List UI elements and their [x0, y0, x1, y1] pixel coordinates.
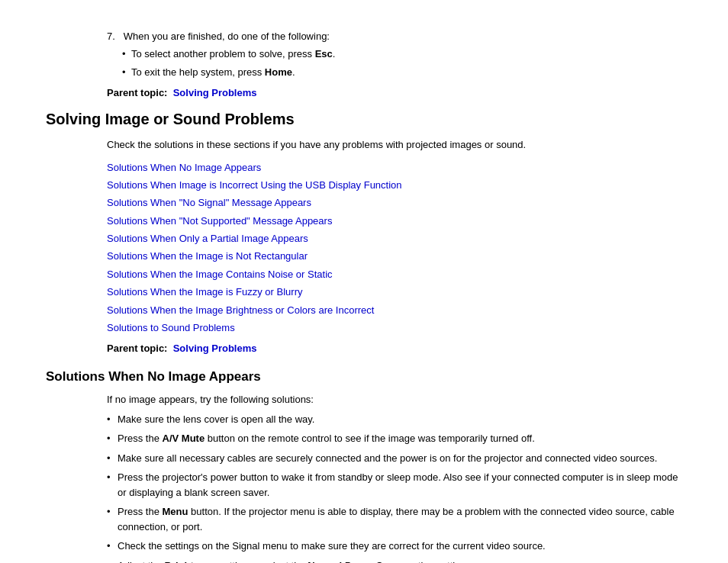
solving-section-description: Check the solutions in these sections if… [107, 137, 682, 153]
step-7-container: 7. When you are finished, do one of the … [107, 31, 682, 79]
link-no-signal[interactable]: Solutions When "No Signal" Message Appea… [107, 194, 682, 211]
step-7-label: When you are finished, do one of the fol… [124, 31, 330, 42]
step-7-text: 7. When you are finished, do one of the … [107, 31, 682, 42]
bullet-cables: Make sure all necessary cables are secur… [107, 451, 682, 466]
link-not-supported[interactable]: Solutions When "Not Supported" Message A… [107, 212, 682, 230]
no-image-section-heading: Solutions When No Image Appears [46, 369, 682, 384]
no-image-intro: If no image appears, try the following s… [107, 392, 682, 407]
parent-topic-2-link[interactable]: Solving Problems [173, 343, 257, 354]
bullet-power: Press the projector's power button to wa… [107, 470, 682, 500]
no-image-bullets: Make sure the lens cover is open all the… [107, 412, 682, 563]
link-sound-problems[interactable]: Solutions to Sound Problems [107, 319, 682, 336]
parent-topic-1: Parent topic: Solving Problems [107, 87, 682, 98]
no-image-content: If no image appears, try the following s… [107, 392, 682, 563]
parent-topic-2: Parent topic: Solving Problems [107, 343, 682, 354]
link-usb-display[interactable]: Solutions When Image is Incorrect Using … [107, 176, 682, 194]
link-not-rectangular[interactable]: Solutions When the Image is Not Rectangu… [107, 247, 682, 265]
bullet-menu: Press the Menu button. If the projector … [107, 504, 682, 534]
bullet-lens: Make sure the lens cover is open all the… [107, 412, 682, 427]
link-partial-image[interactable]: Solutions When Only a Partial Image Appe… [107, 230, 682, 247]
link-brightness-colors[interactable]: Solutions When the Image Brightness or C… [107, 301, 682, 319]
parent-topic-1-link[interactable]: Solving Problems [173, 87, 257, 98]
bullet-esc: To select another problem to solve, pres… [122, 47, 682, 62]
bullet-av-mute: Press the A/V Mute button on the remote … [107, 431, 682, 446]
step-7-bullets: To select another problem to solve, pres… [122, 47, 682, 79]
bullet-home: To exit the help system, press Home. [122, 65, 682, 80]
bullet-signal: Check the settings on the Signal menu to… [107, 539, 682, 554]
solving-links-list: Solutions When No Image Appears Solution… [107, 159, 682, 337]
link-no-image[interactable]: Solutions When No Image Appears [107, 159, 682, 176]
link-fuzzy-blurry[interactable]: Solutions When the Image is Fuzzy or Blu… [107, 283, 682, 301]
link-noise-static[interactable]: Solutions When the Image Contains Noise … [107, 265, 682, 283]
bullet-brightness: Adjust the Brightness setting or select … [107, 558, 682, 563]
parent-topic-2-label: Parent topic: [107, 343, 167, 354]
solving-section-heading: Solving Image or Sound Problems [46, 111, 682, 128]
parent-topic-1-label: Parent topic: [107, 87, 167, 98]
